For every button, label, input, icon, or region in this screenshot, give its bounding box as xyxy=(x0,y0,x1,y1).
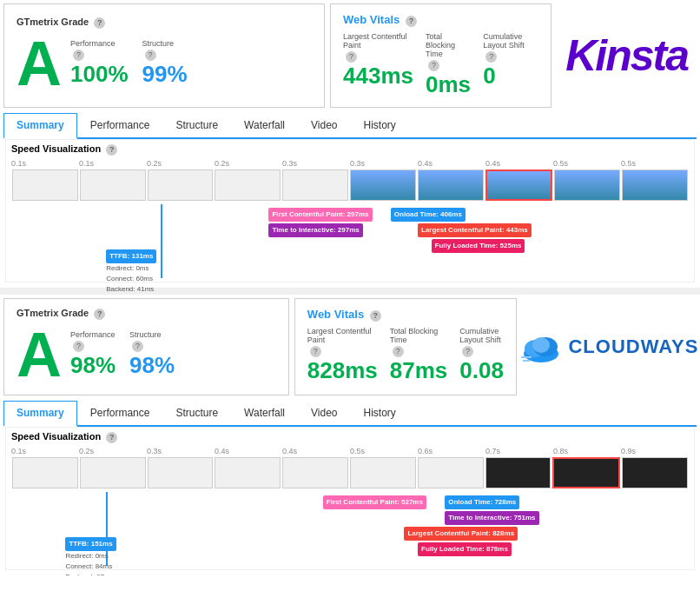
perf-value-2: 98% xyxy=(70,352,116,379)
tab-history-2[interactable]: History xyxy=(350,401,408,425)
frame-1-1 xyxy=(12,169,78,201)
bars-area-2: TTFB: 151ms Redirect: 0ms Connect: 84ms … xyxy=(11,492,689,566)
tab-summary-1[interactable]: Summary xyxy=(3,113,77,139)
perf-label-1: Performance xyxy=(70,39,129,48)
frame-2-9 xyxy=(552,457,620,488)
ttfb-details-2: Redirect: 0ms Connect: 84ms Backend: 67m… xyxy=(65,551,113,575)
lcp-label-2: Largest Contentful Paint xyxy=(307,327,378,344)
tab-performance-1[interactable]: Performance xyxy=(77,113,163,137)
cloudways-logo: CLOUDWAYS xyxy=(568,336,698,358)
perf-help-2[interactable]: ? xyxy=(73,341,84,352)
cls-value-1: 0 xyxy=(483,63,538,90)
web-vitals-2: Web Vitals ? Largest Contentful Paint ? … xyxy=(294,298,517,395)
viz-help-1[interactable]: ? xyxy=(106,144,117,156)
speed-viz-2: Speed Visualization ? 0.1s 0.2s 0.3s 0.4… xyxy=(5,427,695,570)
kinsta-logo: Kinsta xyxy=(565,30,688,81)
frame-2-10 xyxy=(622,457,688,488)
tab-video-2[interactable]: Video xyxy=(298,401,350,425)
lcp-help-1[interactable]: ? xyxy=(346,51,357,63)
frame-1-9 xyxy=(554,169,620,201)
tbt-help-2[interactable]: ? xyxy=(393,346,404,357)
cls-help-2[interactable]: ? xyxy=(462,346,473,357)
perf-help-1[interactable]: ? xyxy=(73,50,84,61)
viz-help-2[interactable]: ? xyxy=(106,432,117,443)
wv-title-2: Web Vitals xyxy=(307,308,364,321)
gtmetrix-help-2[interactable]: ? xyxy=(94,309,105,320)
tab-waterfall-1[interactable]: Waterfall xyxy=(231,113,298,137)
ruler-1: 0.1s 0.1s 0.2s 0.2s 0.3s 0.3s 0.4s 0.4s … xyxy=(11,159,689,169)
lcp-value-2: 828ms xyxy=(307,357,378,384)
flt-label-2: Fully Loaded Time: 878ms xyxy=(418,542,512,556)
ttfb-details-1: Redirect: 0ms Connect: 60ms Backend: 41m… xyxy=(106,263,154,295)
fcp-label-1: First Contentful Paint: 297ms xyxy=(268,208,372,222)
tbt-value-2: 87ms xyxy=(390,357,448,384)
tab-video-1[interactable]: Video xyxy=(298,113,350,137)
grade-1: A xyxy=(17,32,62,95)
frame-2-2 xyxy=(80,457,146,488)
tab-bar-1: Summary Performance Structure Waterfall … xyxy=(3,113,697,139)
frame-1-7 xyxy=(418,169,484,201)
onload-label-1: Onload Time: 406ms xyxy=(391,208,466,222)
struct-label-2: Structure xyxy=(129,330,175,339)
lcp-bar-label-2: Largest Contentful Paint: 828ms xyxy=(404,527,518,541)
tbt-label-1: Total Blocking Time xyxy=(426,32,471,58)
filmstrip-2 xyxy=(11,457,689,488)
frame-2-5 xyxy=(282,457,348,488)
frame-1-4 xyxy=(215,169,281,201)
cls-help-1[interactable]: ? xyxy=(485,51,497,63)
tti-label-2: Time to Interactive: 751ms xyxy=(445,511,538,525)
struct-value-2: 98% xyxy=(129,352,175,379)
lcp-value-1: 443ms xyxy=(343,63,413,90)
frame-2-8 xyxy=(485,457,551,488)
wv-help-1[interactable]: ? xyxy=(406,16,417,27)
tab-structure-2[interactable]: Structure xyxy=(162,401,231,425)
tbt-help-1[interactable]: ? xyxy=(428,60,439,71)
cloudways-icon xyxy=(519,329,563,364)
viz-title-2: Speed Visualization xyxy=(11,431,101,442)
gtmetrix-title-2: GTmetrix Grade xyxy=(17,308,89,318)
viz-title-1: Speed Visualization xyxy=(11,143,101,154)
struct-label-1: Structure xyxy=(142,39,188,48)
bars-area-1: TTFB: 131ms Redirect: 0ms Connect: 60ms … xyxy=(11,204,689,278)
web-vitals-1: Web Vitals ? Largest Contentful Paint ? … xyxy=(330,3,551,108)
gtmetrix-title-1: GTmetrix Grade xyxy=(17,17,89,27)
wv-help-2[interactable]: ? xyxy=(370,310,381,322)
tab-structure-1[interactable]: Structure xyxy=(162,113,231,137)
tbt-value-1: 0ms xyxy=(426,71,471,98)
struct-help-2[interactable]: ? xyxy=(132,341,143,352)
tti-label-1: Time to Interactive: 297ms xyxy=(268,223,362,237)
speed-viz-1: Speed Visualization ? 0.1s 0.1s 0.2s 0.2… xyxy=(5,139,695,282)
flt-label-1: Fully Loaded Time: 525ms xyxy=(432,239,525,253)
filmstrip-1 xyxy=(11,169,689,201)
tbt-label-2: Total Blocking Time xyxy=(390,327,448,344)
cls-label-2: Cumulative Layout Shift xyxy=(459,327,504,344)
ruler-2: 0.1s 0.2s 0.3s 0.4s 0.4s 0.5s 0.6s 0.7s … xyxy=(11,447,689,457)
frame-2-7 xyxy=(418,457,484,488)
tab-summary-2[interactable]: Summary xyxy=(3,401,77,427)
ttfb-label-1: TTFB: 131ms xyxy=(106,249,156,263)
tab-performance-2[interactable]: Performance xyxy=(77,401,163,425)
frame-1-3 xyxy=(148,169,214,201)
frame-2-1 xyxy=(12,457,78,488)
lcp-label-1: Largest Contentful Paint xyxy=(343,32,413,50)
frame-1-2 xyxy=(80,169,146,201)
cloudways-brand: CLOUDWAYS xyxy=(522,298,697,395)
gtmetrix-help-1[interactable]: ? xyxy=(94,17,105,29)
frame-1-10 xyxy=(622,169,688,201)
lcp-bar-label-1: Largest Contentful Paint: 443ms xyxy=(418,223,532,237)
tab-waterfall-2[interactable]: Waterfall xyxy=(231,401,298,425)
frame-2-4 xyxy=(215,457,281,488)
tab-history-1[interactable]: History xyxy=(350,113,408,137)
struct-help-1[interactable]: ? xyxy=(145,50,156,61)
frame-2-6 xyxy=(350,457,416,488)
kinsta-brand: Kinsta xyxy=(557,3,697,108)
cls-value-2: 0.08 xyxy=(459,357,504,384)
onload-label-2: Onload Time: 728ms xyxy=(445,495,519,509)
tab-bar-2: Summary Performance Structure Waterfall … xyxy=(3,401,697,427)
perf-label-2: Performance xyxy=(70,330,116,339)
cls-label-1: Cumulative Layout Shift xyxy=(483,32,538,50)
lcp-help-2[interactable]: ? xyxy=(310,346,321,357)
frame-1-6 xyxy=(350,169,416,201)
ttfb-label-2: TTFB: 151ms xyxy=(65,537,116,551)
divider xyxy=(0,288,700,295)
